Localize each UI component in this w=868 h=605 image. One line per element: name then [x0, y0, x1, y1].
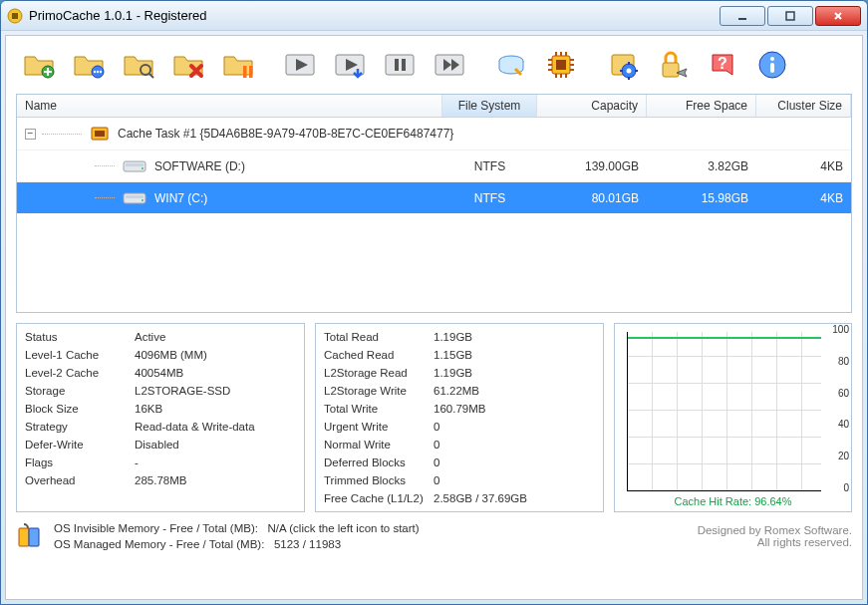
stat-value: 285.78MB — [135, 471, 296, 489]
start-all-button[interactable] — [277, 44, 323, 86]
task-row[interactable]: − Cache Task #1 {5D4A6B8E-9A79-470B-8E7C… — [17, 118, 851, 150]
col-name[interactable]: Name — [17, 95, 442, 117]
resume-all-button[interactable] — [427, 44, 472, 86]
pause-task-button[interactable] — [215, 44, 261, 86]
stat-key: Level-2 Cache — [25, 364, 135, 382]
invisible-mem-label: OS Invisible Memory - Free / Total (MB): — [54, 522, 258, 534]
memory-icon[interactable] — [16, 522, 44, 550]
stat-value: 160.79MB — [434, 400, 595, 418]
cache-stats-panel: Total Read1.19GBCached Read1.15GBL2Stora… — [315, 323, 604, 512]
volume-list: Name File System Capacity Free Space Clu… — [16, 94, 852, 313]
volume-row[interactable]: WIN7 (C:) NTFS 80.01GB 15.98GB 4KB — [17, 181, 851, 213]
hitrate-label: Cache Hit Rate: 96.64% — [623, 493, 843, 507]
minimize-button[interactable] — [720, 6, 765, 26]
stat-key: L2Storage Write — [324, 382, 434, 400]
svg-rect-55 — [126, 195, 144, 198]
stat-value: L2STORAGE-SSD — [135, 382, 296, 400]
list-header: Name File System Capacity Free Space Clu… — [17, 95, 851, 118]
stat-key: Cached Read — [324, 346, 434, 364]
chip-button[interactable] — [538, 44, 584, 86]
pause-all-button[interactable] — [377, 44, 423, 86]
stat-key: Total Write — [324, 400, 434, 418]
stat-value: 1.15GB — [434, 346, 595, 364]
config-task-button[interactable] — [66, 44, 112, 86]
volume-cluster: 4KB — [756, 159, 851, 173]
managed-mem-value: 5123 / 11983 — [274, 538, 341, 550]
stat-key: Free Cache (L1/L2) — [324, 489, 434, 507]
volume-cluster: 4KB — [756, 191, 851, 205]
settings-button[interactable] — [600, 44, 646, 86]
save-all-button[interactable] — [327, 44, 373, 86]
volume-row[interactable]: SOFTWARE (D:) NTFS 139.00GB 3.82GB 4KB — [17, 150, 851, 181]
volume-capacity: 80.01GB — [537, 191, 647, 205]
expand-toggle[interactable]: − — [25, 129, 36, 140]
svg-point-9 — [97, 71, 99, 73]
toolbar: ? — [16, 42, 852, 94]
stat-key: Status — [25, 328, 135, 346]
about-button[interactable] — [749, 44, 795, 86]
stat-value: Disabled — [135, 436, 296, 454]
stat-key: Urgent Write — [324, 418, 434, 436]
app-icon — [7, 8, 23, 24]
stat-value: - — [135, 454, 296, 471]
stat-key: Deferred Blocks — [324, 454, 434, 471]
svg-rect-48 — [770, 63, 774, 73]
svg-point-53 — [142, 167, 144, 169]
stat-value: 0 — [434, 436, 595, 454]
col-freespace[interactable]: Free Space — [647, 95, 756, 117]
svg-rect-50 — [95, 131, 105, 137]
svg-rect-57 — [19, 528, 29, 546]
svg-rect-14 — [249, 66, 253, 78]
window-title: PrimoCache 1.0.1 - Registered — [29, 8, 206, 23]
stat-value: 61.22MB — [434, 382, 595, 400]
svg-rect-18 — [395, 59, 399, 71]
stat-value: 0 — [434, 471, 595, 489]
stat-value: Read-data & Write-data — [135, 418, 296, 436]
help-button[interactable]: ? — [700, 44, 745, 86]
svg-point-8 — [94, 71, 96, 73]
svg-rect-52 — [126, 163, 144, 166]
stat-key: Total Read — [324, 328, 434, 346]
stat-key: L2Storage Read — [324, 364, 434, 382]
license-button[interactable] — [650, 44, 696, 86]
col-clustersize[interactable]: Cluster Size — [756, 95, 851, 117]
cache-config-panel: StatusActiveLevel-1 Cache4096MB (MM)Leve… — [16, 323, 305, 512]
volume-free: 15.98GB — [647, 191, 756, 205]
close-button[interactable] — [815, 6, 861, 26]
stat-value: 0 — [434, 454, 595, 471]
stat-key: Flags — [25, 454, 135, 471]
volume-fs: NTFS — [442, 159, 537, 173]
svg-text:?: ? — [718, 55, 727, 72]
stat-value: 0 — [434, 418, 595, 436]
stat-key: Overhead — [25, 471, 135, 489]
new-task-button[interactable] — [16, 44, 62, 86]
volume-free: 3.82GB — [647, 159, 756, 173]
stat-value: 1.19GB — [434, 328, 595, 346]
task-label: Cache Task #1 {5D4A6B8E-9A79-470B-8E7C-C… — [118, 127, 453, 141]
volume-name: SOFTWARE (D:) — [154, 159, 245, 173]
ytick: 60 — [838, 388, 849, 399]
ytick: 0 — [843, 482, 849, 493]
col-filesystem[interactable]: File System — [442, 95, 537, 117]
view-task-button[interactable] — [116, 44, 161, 86]
stat-value: 2.58GB / 37.69GB — [434, 489, 595, 507]
disk-button[interactable] — [488, 44, 534, 86]
credit-line1: Designed by Romex Software. — [698, 524, 852, 536]
svg-point-56 — [142, 199, 144, 201]
main-window: PrimoCache 1.0.1 - Registered — [0, 0, 868, 605]
ytick: 40 — [838, 419, 849, 430]
svg-rect-13 — [243, 66, 247, 78]
col-capacity[interactable]: Capacity — [537, 95, 647, 117]
volume-capacity: 139.00GB — [537, 159, 647, 173]
stat-key: Trimmed Blocks — [324, 471, 434, 489]
ytick: 100 — [832, 324, 849, 335]
svg-point-10 — [100, 71, 102, 73]
ytick: 80 — [838, 356, 849, 367]
stat-value: 16KB — [135, 400, 296, 418]
svg-rect-58 — [29, 528, 39, 546]
stat-value: 1.19GB — [434, 364, 595, 382]
maximize-button[interactable] — [767, 6, 813, 26]
stat-value: Active — [135, 328, 296, 346]
invisible-mem-value: N/A (click the left icon to start) — [268, 522, 420, 534]
delete-task-button[interactable] — [165, 44, 211, 86]
